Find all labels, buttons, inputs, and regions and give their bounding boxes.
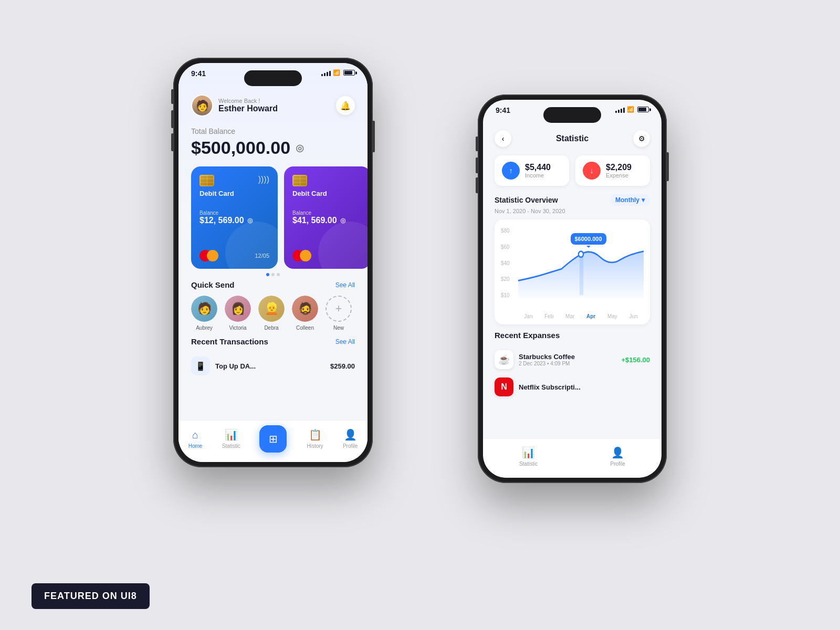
statistic-icon: 📊 xyxy=(225,428,238,441)
nav-history[interactable]: 📋 History xyxy=(307,428,323,449)
phone-right: 9:41 📶 ‹ Statistic ⚙ xyxy=(478,94,667,483)
card-pagination xyxy=(178,273,368,276)
chart-area: $6000.000 xyxy=(518,228,644,298)
card-expiry: 12/05 xyxy=(255,253,269,259)
add-contact-button[interactable]: + xyxy=(326,296,352,322)
stats-row: ↑ $5,440 Income ↓ $2,209 Expense xyxy=(483,147,662,194)
contact-aubrey[interactable]: 🧑 Aubrey xyxy=(191,296,217,331)
contact-img-victoria: 👩 xyxy=(225,296,251,322)
nav-profile-label: Profile xyxy=(343,443,358,449)
nav-statistic-label: Statistic xyxy=(222,443,240,449)
nav-home-label: Home xyxy=(188,443,203,449)
quick-send-header: Quick Send See All xyxy=(191,280,355,289)
contact-name-aubrey: Aubrey xyxy=(196,325,213,331)
income-label: Income xyxy=(525,172,551,178)
volume-down-button[interactable] xyxy=(171,133,173,151)
card-balance-label-purple: Balance xyxy=(292,210,362,216)
dynamic-island-left xyxy=(244,70,302,86)
exp-left-starbucks: ☕ Starbucks Coffee 2 Dec 2023 • 4:09 PM xyxy=(495,350,575,369)
x-label-jan: Jan xyxy=(524,313,532,319)
contact-avatar-debra: 👱 xyxy=(258,296,285,322)
dynamic-island-right xyxy=(543,107,601,123)
exp-left-netflix: N Netflix Subscripti... xyxy=(495,377,581,396)
avatar-image: 🧑 xyxy=(192,96,212,116)
nav-history-label: History xyxy=(307,443,323,449)
featured-badge: FEATURED ON UI8 xyxy=(32,583,150,609)
contact-debra[interactable]: 👱 Debra xyxy=(258,296,285,331)
nav-profile[interactable]: 👤 Profile xyxy=(343,428,358,449)
home-icon: ⌂ xyxy=(192,429,198,441)
card-eye-icon[interactable]: ◎ xyxy=(247,217,253,224)
exp-name-netflix: Netflix Subscripti... xyxy=(519,383,581,391)
avatar: 🧑 xyxy=(191,94,213,117)
contact-name-new: New xyxy=(333,325,344,331)
qr-fab-button[interactable]: ⊞ xyxy=(259,425,287,453)
chart-container: $80 $60 $40 $20 $10 xyxy=(495,219,650,324)
debit-card-blue[interactable]: )))) Debit Card Balance $12, 569.00 ◎ xyxy=(191,166,278,269)
monthly-button[interactable]: Monthly ▾ xyxy=(610,194,650,206)
contact-victoria[interactable]: 👩 Victoria xyxy=(225,296,251,331)
status-icons-right: 📶 xyxy=(615,106,649,113)
profile-icon: 👤 xyxy=(344,428,357,441)
volume-down-right[interactable] xyxy=(476,177,478,193)
income-icon: ↑ xyxy=(502,162,520,180)
chart-active-dot xyxy=(579,251,583,257)
debit-card-purple[interactable]: Debit Card Balance $41, 569.00 ◎ xyxy=(284,166,368,269)
volume-up-right[interactable] xyxy=(476,158,478,173)
nav-profile-right[interactable]: 👤 Profile xyxy=(610,446,625,467)
x-label-feb: Feb xyxy=(544,313,553,319)
expense-icon: ↓ xyxy=(583,162,601,180)
contact-new[interactable]: + New xyxy=(326,296,352,331)
history-icon: 📋 xyxy=(309,428,322,441)
phone-left-screen: 9:41 📶 🧑 xyxy=(178,63,368,462)
balance-amount: $500,000.00 ◎ xyxy=(191,138,355,158)
power-button[interactable] xyxy=(373,121,375,152)
silent-switch-right[interactable] xyxy=(476,136,478,151)
profile-nav-icon: 👤 xyxy=(611,446,624,459)
y-label-60: $60 xyxy=(501,244,510,250)
battery-icon-right xyxy=(637,107,649,112)
contact-avatar-colleen: 🧔 xyxy=(292,296,318,322)
table-row[interactable]: 📱 Top Up DA... $259.00 xyxy=(191,352,355,380)
y-label-20: $20 xyxy=(501,276,510,282)
nav-home[interactable]: ⌂ Home xyxy=(188,429,203,449)
eye-icon[interactable]: ◎ xyxy=(296,142,304,154)
overview-section: Statistic Overview Monthly ▾ Nov 1, 2020… xyxy=(483,194,662,214)
battery-icon xyxy=(343,70,355,76)
contact-img-colleen: 🧔 xyxy=(292,296,318,322)
notification-button[interactable]: 🔔 xyxy=(336,96,355,115)
tx-amount: $259.00 xyxy=(330,362,355,370)
silent-switch[interactable] xyxy=(171,89,173,104)
power-button-right[interactable] xyxy=(667,152,669,181)
card-eye-icon-purple[interactable]: ◎ xyxy=(340,217,345,224)
signal-icon xyxy=(321,70,331,76)
signal-icon-right xyxy=(615,107,625,113)
chart-y-labels: $80 $60 $40 $20 $10 xyxy=(501,228,510,298)
dot-1 xyxy=(266,273,269,276)
contact-colleen[interactable]: 🧔 Colleen xyxy=(292,296,318,331)
wifi-icon: 📶 xyxy=(333,69,340,76)
expense-info: $2,209 Expense xyxy=(606,163,632,178)
settings-button[interactable]: ⚙ xyxy=(633,130,650,147)
recent-exp-header: Recent Expanses xyxy=(495,331,650,340)
card-type-blue: Debit Card xyxy=(200,190,269,197)
list-item[interactable]: ☕ Starbucks Coffee 2 Dec 2023 • 4:09 PM … xyxy=(495,346,650,373)
recent-tx-see-all[interactable]: See All xyxy=(335,338,355,345)
quick-send-see-all[interactable]: See All xyxy=(335,281,355,289)
back-button[interactable]: ‹ xyxy=(495,130,511,147)
user-name: Esther Howard xyxy=(218,104,278,113)
wifi-icon-right: 📶 xyxy=(627,106,634,113)
card-bottom-blue: 12/05 xyxy=(200,250,269,261)
contact-name-debra: Debra xyxy=(264,325,278,331)
qr-icon: ⊞ xyxy=(269,433,278,445)
starbucks-logo: ☕ xyxy=(495,350,513,369)
chip-icon-purple xyxy=(292,175,307,186)
volume-up-button[interactable] xyxy=(171,110,173,128)
exp-date-starbucks: 2 Dec 2023 • 4:09 PM xyxy=(519,361,575,366)
list-item[interactable]: N Netflix Subscripti... xyxy=(495,373,650,401)
netflix-logo: N xyxy=(495,377,513,396)
tx-name: Top Up DA... xyxy=(215,362,256,370)
nav-statistic[interactable]: 📊 Statistic xyxy=(222,428,240,449)
cards-scroll: )))) Debit Card Balance $12, 569.00 ◎ xyxy=(178,158,368,277)
nav-statistic-right[interactable]: 📊 Statistic xyxy=(519,446,538,467)
